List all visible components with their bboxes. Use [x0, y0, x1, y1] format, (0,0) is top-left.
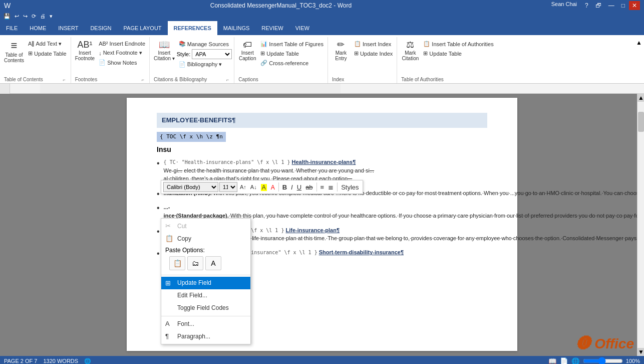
add-text-button[interactable]: Aǁ Add Text ▾	[26, 40, 69, 48]
mark-entry-button[interactable]: ✏ MarkEntry	[330, 39, 352, 63]
tab-page-layout[interactable]: PAGE LAYOUT	[118, 21, 168, 35]
footnotes-group-expand[interactable]: ⌐	[141, 77, 145, 82]
underline-btn[interactable]: U	[295, 183, 303, 192]
close-button[interactable]: ✕	[629, 1, 640, 10]
refresh-btn[interactable]: ⟳	[30, 13, 38, 20]
field-bar-area[interactable]: { TOC \f x \h \z ¶n	[157, 132, 487, 144]
group-footnotes: AB¹ InsertFootnote AB² Insert Endnote ↓ …	[71, 37, 150, 83]
help-button[interactable]: ?	[582, 1, 591, 10]
undo-btn[interactable]: ↩	[13, 13, 21, 20]
tab-review[interactable]: REVIEW	[255, 21, 289, 35]
table-of-contents-button[interactable]: ≡ Table ofContents	[2, 39, 26, 65]
tab-insert[interactable]: INSERT	[52, 21, 84, 35]
update-table-auth-button[interactable]: ⊞ Update Table	[421, 49, 495, 58]
highlight-btn[interactable]: A	[259, 183, 268, 192]
update-index-button[interactable]: ⊞ Update Index	[352, 49, 395, 58]
citation-style-select[interactable]: APA MLA Chicago	[192, 49, 232, 59]
scroll-up-btn[interactable]: ▲	[637, 94, 644, 102]
bullet-dot-2: •	[157, 189, 160, 201]
insert-footnote-button[interactable]: AB¹ InsertFootnote	[73, 39, 97, 63]
font-color-btn[interactable]: A	[269, 183, 276, 192]
paste-keep-text-btn[interactable]: A	[205, 256, 221, 270]
styles-btn[interactable]: Styles	[340, 183, 360, 192]
update-index-icon: ⊞	[354, 50, 359, 57]
restore-button[interactable]: 🗗	[592, 1, 604, 10]
insert-citation-button[interactable]: 📖 InsertCitation ▾	[152, 39, 177, 63]
scroll-down-btn[interactable]: ▼	[637, 348, 644, 356]
vertical-scrollbar[interactable]: ▲ ▼	[637, 94, 644, 356]
insert-footnote-icon: AB¹	[77, 40, 92, 49]
italic-btn[interactable]: I	[289, 183, 294, 192]
update-table-captions-button[interactable]: ⊞ Update Table	[258, 49, 326, 58]
insert-table-of-figures-button[interactable]: 📊 Insert Table of Figures	[258, 40, 326, 48]
tab-view[interactable]: VIEW	[289, 21, 315, 35]
tab-design[interactable]: DESIGN	[84, 21, 117, 35]
toc-group-expand[interactable]: ⌐	[62, 77, 66, 82]
update-table-toc-button[interactable]: ⊞ Update Table	[26, 49, 69, 58]
paragraph-menu-item[interactable]: ¶ Paragraph...	[161, 330, 250, 343]
more-btn[interactable]: ▾	[48, 13, 54, 20]
health-heading: Health-insurance-plans¶	[292, 159, 356, 165]
font-menu-item[interactable]: A Font...	[161, 318, 250, 330]
standard-para: ...-ince·(Standard·package).·With·this·p…	[164, 203, 644, 220]
edit-field-menu-item[interactable]: Edit Field...	[161, 289, 250, 302]
toc-field[interactable]: { TOC \f x \h \z ¶n	[157, 132, 226, 141]
update-field-menu-item[interactable]: ⊞ Update Field	[161, 277, 250, 289]
print-btn[interactable]: 🖨	[39, 13, 47, 20]
insert-table-of-auth-button[interactable]: 📋 Insert Table of Authorities	[421, 40, 495, 48]
mark-citation-icon: ⚖	[406, 40, 414, 49]
index-group-label: Index	[332, 77, 344, 82]
toolbar-sep-2	[316, 183, 317, 192]
quick-access-toolbar: 💾 ↩ ↪ ⟳ 🖨 ▾	[0, 11, 644, 21]
paste-merge-format-btn[interactable]: 🗂	[187, 256, 203, 270]
menu-sep-2	[161, 316, 250, 316]
zoom-slider[interactable]	[583, 357, 623, 364]
maximize-button[interactable]: □	[618, 1, 628, 10]
language-indicator: 🌐	[84, 358, 91, 365]
minimize-button[interactable]: —	[605, 1, 617, 10]
show-notes-button[interactable]: 📄 Show Notes	[97, 58, 147, 67]
paste-keep-source-btn[interactable]: 📋	[169, 256, 185, 270]
view-read-btn[interactable]: 📖	[548, 357, 557, 365]
cross-reference-button[interactable]: 🔗 Cross-reference	[258, 59, 326, 67]
page-indicator: PAGE 2 OF 7	[4, 358, 37, 365]
tab-home[interactable]: HOME	[24, 21, 52, 35]
next-footnote-button[interactable]: ↓ Next Footnote ▾	[97, 49, 147, 57]
font-size-up-btn[interactable]: A↑	[238, 184, 248, 191]
cut-menu-item[interactable]: ✂ Cut	[161, 220, 250, 233]
view-print-btn[interactable]: 📄	[560, 357, 568, 365]
font-select[interactable]: Calibri (Body)	[163, 182, 218, 192]
citations-group-label: Citations & Bibliography	[154, 77, 207, 82]
paste-options-row: 📋 🗂 A	[165, 254, 246, 272]
numbering-btn[interactable]: ≣	[327, 183, 335, 192]
highlight-icon: A	[261, 184, 267, 191]
font-size-select[interactable]: 11	[219, 182, 237, 192]
font-size-down-btn[interactable]: A↓	[249, 184, 258, 191]
tab-file[interactable]: FILE	[0, 21, 24, 35]
scroll-thumb[interactable]	[638, 112, 644, 132]
insert-caption-icon: 🏷	[243, 40, 252, 49]
toggle-field-codes-menu-item[interactable]: Toggle Field Codes	[161, 302, 250, 314]
insert-endnote-button[interactable]: AB² Insert Endnote	[97, 40, 147, 48]
paragraph-icon: ¶	[165, 332, 169, 341]
tab-references[interactable]: REFERENCES	[168, 21, 217, 35]
bold-btn[interactable]: B	[281, 183, 288, 192]
tab-mailings[interactable]: MAILINGS	[217, 21, 256, 35]
font-color-icon: A	[271, 184, 275, 191]
ruler-corner	[0, 84, 10, 94]
citations-group-expand[interactable]: ⌐	[225, 77, 230, 82]
mark-citation-button[interactable]: ⚖ MarkCitation	[399, 39, 421, 63]
insert-caption-button[interactable]: 🏷 InsertCaption	[236, 39, 258, 63]
document-page: EMPLOYEE·BENEFITS¶ { TOC \f x \h \z ¶n I…	[127, 98, 517, 351]
save-quick-btn[interactable]: 💾	[2, 13, 12, 20]
bibliography-button[interactable]: 📄 Bibliography ▾	[177, 60, 232, 69]
bullet-dot-5: •	[157, 249, 160, 259]
copy-menu-item[interactable]: 📋 Copy	[161, 233, 250, 245]
bullets-btn[interactable]: ≡	[319, 183, 326, 192]
collapse-ribbon-button[interactable]: ▲	[636, 39, 642, 46]
view-web-btn[interactable]: 🌐	[571, 357, 580, 365]
strikethrough-btn[interactable]: ab	[304, 183, 314, 192]
manage-sources-button[interactable]: 📚 Manage Sources	[177, 40, 232, 48]
redo-btn[interactable]: ↪	[22, 13, 29, 20]
insert-index-button[interactable]: 📋 Insert Index	[352, 40, 395, 48]
